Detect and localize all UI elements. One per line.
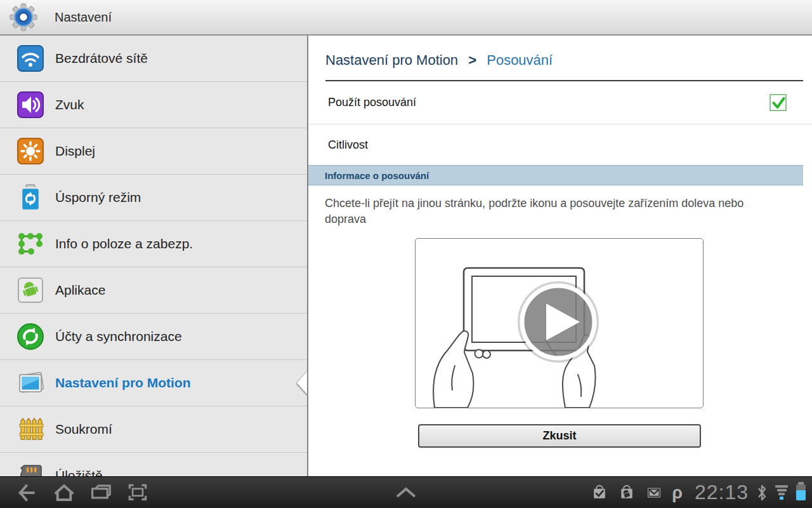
sidebar-item-power-saving[interactable]: Úsporný režim: [0, 175, 307, 221]
battery-icon: [796, 485, 806, 500]
storage-sdcard-icon: [16, 462, 44, 476]
wifi-signal-icon: [775, 485, 788, 500]
play-button[interactable]: [522, 286, 594, 358]
sidebar-item-applications[interactable]: Aplikace: [0, 267, 307, 314]
motion-panning-panel: Nastavení pro Motion > Posouvání Použít …: [308, 36, 812, 476]
location-security-icon: [16, 230, 44, 258]
sidebar-item-label: Zvuk: [55, 97, 84, 112]
chevron-right-icon: >: [468, 52, 476, 68]
back-icon: [15, 481, 40, 505]
action-bar: Nastavení: [0, 0, 812, 36]
chevron-up-icon: [392, 485, 420, 500]
sidebar-item-label: Úsporný režim: [55, 190, 141, 205]
back-button[interactable]: [9, 478, 46, 507]
power-saving-icon: [16, 184, 44, 211]
sidebar-item-sound[interactable]: Zvuk: [0, 82, 307, 128]
sidebar-item-privacy[interactable]: Soukromí: [0, 406, 307, 453]
clock[interactable]: 22:13: [695, 481, 749, 504]
status-tray[interactable]: ρ 22:13: [590, 481, 812, 504]
checkmark-icon: [771, 96, 785, 110]
section-header-bar: Informace o posouvání: [308, 165, 803, 185]
sidebar-item-display[interactable]: Displej: [0, 128, 307, 175]
sidebar-item-label: Účty a synchronizace: [55, 329, 182, 344]
system-bar: ρ 22:13: [0, 476, 812, 508]
tutorial-video-frame: [415, 238, 704, 408]
sidebar-item-storage[interactable]: Úložiště: [0, 453, 307, 476]
sidebar-item-label: Info o poloze a zabezp.: [55, 236, 193, 251]
panning-description: Chcete-li přejít na jinou stránku, podrž…: [325, 196, 763, 227]
main-area: Bezdrátové sítě Zvuk: [0, 36, 812, 476]
accounts-sync-icon: [16, 323, 44, 351]
sidebar-item-label: Soukromí: [55, 422, 112, 437]
recent-apps-button[interactable]: [82, 478, 119, 507]
home-button[interactable]: [46, 478, 82, 507]
settings-sidebar: Bezdrátové sítě Zvuk: [0, 36, 308, 476]
sidebar-item-location-security[interactable]: Info o poloze a zabezp.: [0, 221, 307, 267]
use-panning-row[interactable]: Použít posouvání: [308, 81, 812, 124]
wifi-icon: [16, 44, 44, 72]
sidebar-item-accounts-sync[interactable]: Účty a synchronizace: [0, 314, 307, 360]
sidebar-item-wireless[interactable]: Bezdrátové sítě: [0, 36, 307, 82]
sidebar-item-label: Nastavení pro Motion: [55, 375, 191, 391]
screenshot-icon: [125, 481, 150, 505]
sensitivity-label: Citlivost: [328, 138, 368, 152]
settings-gear-icon: [9, 3, 38, 32]
market-update-icon[interactable]: [590, 483, 609, 502]
settings-screen: Nastavení Bezdrátové sítě: [0, 0, 812, 508]
sidebar-item-label: Displej: [55, 144, 95, 159]
rho-icon[interactable]: ρ: [672, 483, 683, 502]
sidebar-item-label: Aplikace: [55, 283, 105, 298]
display-brightness-icon: [16, 137, 44, 165]
privacy-fence-icon: [16, 415, 44, 443]
recent-apps-icon: [88, 481, 114, 505]
breadcrumb-current: Posouvání: [487, 52, 553, 68]
navigation-buttons: [9, 478, 156, 507]
use-panning-checkbox[interactable]: [769, 94, 787, 111]
statusbar-expander[interactable]: [387, 478, 425, 507]
gmail-icon[interactable]: [645, 483, 664, 502]
motion-settings-icon: [16, 369, 44, 397]
applications-icon: [16, 276, 44, 304]
use-panning-label: Použít posouvání: [328, 96, 416, 109]
sidebar-item-label: Bezdrátové sítě: [55, 51, 148, 66]
sound-icon: [16, 91, 44, 119]
breadcrumb: Nastavení pro Motion > Posouvání: [308, 36, 812, 80]
try-button[interactable]: Zkusit: [418, 424, 701, 448]
market-bag-icon[interactable]: [617, 483, 636, 502]
sidebar-item-motion-settings[interactable]: Nastavení pro Motion: [0, 360, 307, 406]
sidebar-item-label: Úložiště: [55, 468, 103, 476]
breadcrumb-parent-link[interactable]: Nastavení pro Motion: [325, 52, 458, 68]
screenshot-button[interactable]: [119, 478, 156, 507]
sensitivity-row[interactable]: Citlivost: [308, 124, 812, 165]
section-header-label: Informace o posouvání: [325, 170, 429, 181]
bluetooth-icon: [757, 484, 767, 502]
app-title: Nastavení: [55, 10, 112, 25]
home-icon: [51, 481, 77, 505]
